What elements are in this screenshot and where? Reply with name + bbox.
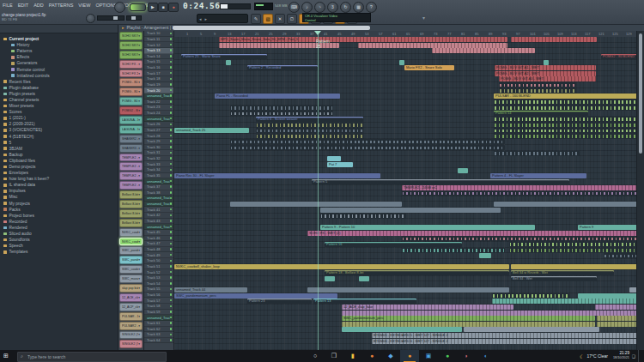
- menu-item[interactable]: ADD: [33, 3, 44, 8]
- clip-source-button[interactable]: POMG - 80 V GIT A2 ▾: [119, 87, 143, 96]
- track-header[interactable]: Track 26: [144, 122, 173, 128]
- track-header[interactable]: Track 14: [144, 54, 173, 60]
- clip[interactable]: Pattern 23: [247, 299, 312, 304]
- chevron-down-icon[interactable]: ▾: [138, 305, 140, 309]
- track-enable-led-icon[interactable]: [170, 271, 173, 274]
- track-header[interactable]: Track 38: [144, 190, 173, 196]
- browser-item[interactable]: Recent files: [0, 79, 118, 85]
- chevron-down-icon[interactable]: ▾: [138, 324, 140, 328]
- track-header[interactable]: unnamed_Track 40: [144, 202, 173, 208]
- track-header[interactable]: Track 53: [144, 275, 173, 281]
- clip-source-button[interactable]: 12_ACP_clap_crisps ▾: [119, 303, 143, 311]
- track-header[interactable]: Track 41: [144, 207, 173, 213]
- file-explorer-icon[interactable]: ▮: [343, 350, 362, 362]
- chevron-down-icon[interactable]: ▾: [138, 137, 140, 141]
- track-header[interactable]: Track 12: [144, 42, 173, 48]
- track-enable-led-icon[interactable]: [170, 61, 173, 63]
- browser-item[interactable]: Plugin database: [0, 85, 118, 91]
- browser-item[interactable]: Demo projects: [0, 164, 118, 170]
- play-button[interactable]: ▶: [148, 3, 158, 12]
- clip[interactable]: Bell 34 w Reverb - Wet: [511, 270, 614, 275]
- clip[interactable]: [492, 299, 636, 304]
- clip[interactable]: [226, 60, 231, 65]
- track-header[interactable]: unnamed_Track 44: [144, 224, 173, 230]
- track-enable-led-icon[interactable]: [170, 44, 173, 46]
- browser-item[interactable]: 5: [0, 140, 118, 146]
- track-header[interactable]: Track 42: [144, 213, 173, 219]
- browser-item[interactable]: Channel presets: [0, 97, 118, 103]
- track-header[interactable]: Track 34: [144, 167, 173, 173]
- clip[interactable]: [230, 139, 505, 144]
- track-header[interactable]: Track 51: [144, 264, 173, 270]
- clip-source-button[interactable]: POMG - 80 V GIT A3 ▾: [119, 97, 143, 106]
- clip[interactable]: POMG - 80 V GIT A3 - WET: [499, 76, 596, 81]
- clip-source-button[interactable]: SOHO FX 2 - WET ▾: [119, 69, 143, 78]
- browser-item[interactable]: Envelopes: [0, 170, 118, 176]
- track-header[interactable]: Track 63: [144, 332, 173, 338]
- track-enable-led-icon[interactable]: [170, 334, 173, 336]
- wait-input-icon[interactable]: ◔: [314, 2, 325, 13]
- clip[interactable]: Pattern 18 - Bellizzi 8-bit: [325, 270, 509, 275]
- clip[interactable]: [320, 214, 406, 219]
- track-enable-led-icon[interactable]: [170, 220, 173, 222]
- clip[interactable]: [494, 128, 636, 133]
- chevron-down-icon[interactable]: ▾: [138, 193, 140, 196]
- clip[interactable]: BTDM06 - KEYBOARD 6 - WET 127 - SINGLE 2: [372, 339, 636, 344]
- notification-center-icon[interactable]: ❑: [632, 354, 635, 359]
- chevron-down-icon[interactable]: ▾: [138, 128, 140, 131]
- track-enable-led-icon[interactable]: [170, 248, 173, 250]
- clip[interactable]: Pattern 16: [325, 242, 462, 247]
- track-enable-led-icon[interactable]: [170, 124, 173, 126]
- track-header[interactable]: Track 46: [144, 236, 173, 242]
- chevron-down-icon[interactable]: ▾: [138, 44, 140, 47]
- clip[interactable]: [464, 327, 599, 332]
- browser-item[interactable]: Misc: [0, 194, 118, 200]
- browser-item[interactable]: Soundfonts: [0, 237, 118, 243]
- clip[interactable]: BTDM05 - KEYBOARD 5 - WET 127 - SINGLE 2: [372, 333, 636, 338]
- browser-item[interactable]: Packs: [0, 207, 118, 213]
- chevron-down-icon[interactable]: ▾: [138, 63, 140, 66]
- clip[interactable]: [307, 287, 509, 293]
- browser-item[interactable]: Templates: [0, 249, 118, 255]
- track-header[interactable]: Track 23: [144, 105, 173, 111]
- clip[interactable]: [494, 100, 636, 105]
- playhead-marker-icon[interactable]: [314, 31, 321, 35]
- track-enable-led-icon[interactable]: [170, 66, 173, 69]
- browser-item[interactable]: History: [0, 42, 118, 48]
- track-header[interactable]: Track 32: [144, 156, 173, 162]
- track-header[interactable]: Track 10: [144, 31, 173, 37]
- clip-source-button[interactable]: SWC_cowbell_perc ▾: [119, 265, 143, 274]
- track-enable-led-icon[interactable]: [170, 185, 173, 188]
- clip[interactable]: Pattern 25 - Mario Snare: [181, 54, 267, 59]
- loop-record-icon[interactable]: ↻: [340, 2, 351, 13]
- clip-source-button[interactable]: SHAKER3 - FINAL WET ▾: [119, 144, 143, 153]
- clip[interactable]: [494, 202, 636, 207]
- chevron-down-icon[interactable]: ▾: [138, 212, 140, 215]
- browser-item[interactable]: Rendered: [0, 225, 118, 231]
- clip[interactable]: SWC_pandemonium_perc: [342, 316, 595, 321]
- clip[interactable]: [578, 293, 636, 299]
- chevron-down-icon[interactable]: ▾: [138, 53, 140, 57]
- clip[interactable]: Mario FX2 - Snare Solo: [404, 65, 454, 70]
- clip[interactable]: Pattern 14: [494, 111, 588, 116]
- browser-item[interactable]: My projects: [0, 201, 118, 207]
- clip[interactable]: [342, 327, 462, 332]
- track-header[interactable]: unnamed_Track 36: [144, 178, 173, 184]
- clip[interactable]: [256, 134, 363, 139]
- track-header[interactable]: Track 56: [144, 293, 173, 299]
- store-icon[interactable]: ◆: [381, 350, 400, 362]
- track-header[interactable]: Track 57: [144, 298, 173, 304]
- photos-icon[interactable]: ▣: [419, 350, 438, 362]
- start-button-icon[interactable]: ⊞: [3, 353, 9, 359]
- clip-source-button[interactable]: LAGUNA - 33 BLK A2 ▾: [119, 125, 143, 134]
- clip-source-button[interactable]: POMG2 - 80 BLEND ▾: [119, 106, 143, 115]
- track-enable-led-icon[interactable]: [170, 49, 173, 51]
- taskbar-search[interactable]: ⌕: [17, 352, 167, 362]
- chevron-down-icon[interactable]: ▾: [138, 109, 140, 112]
- browser-item[interactable]: 4 (51BTECH): [0, 134, 118, 140]
- track-enable-led-icon[interactable]: [170, 299, 173, 302]
- clip-source-button[interactable]: LAGUNA - 33 BLK A ▾: [119, 116, 143, 124]
- clip-source-button[interactable]: SWC_pandemonium_per ▾: [119, 256, 143, 264]
- track-enable-led-icon[interactable]: [170, 208, 173, 211]
- chevron-down-icon[interactable]: ▾: [138, 231, 140, 234]
